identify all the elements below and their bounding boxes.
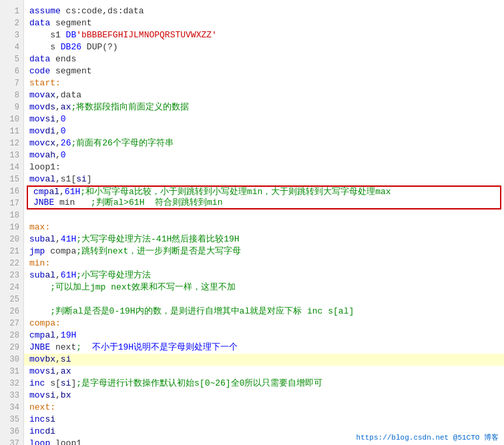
- code-line: [24, 294, 504, 306]
- code-line: mov ds,ax ;将数据段指向前面定义的数据: [24, 101, 504, 113]
- code-line: sub al,61H;小写字母处理方法: [24, 270, 504, 282]
- line-number: 11: [4, 125, 19, 137]
- code-line: loop1:: [24, 161, 504, 173]
- line-number: 4: [4, 41, 19, 53]
- code-line: mov di,0: [24, 125, 504, 137]
- line-number: 33: [4, 390, 19, 402]
- line-number: 18: [4, 209, 19, 221]
- line-number: 32: [4, 378, 19, 390]
- line-number: 10: [4, 113, 19, 125]
- code-line: mov bx,si: [24, 354, 504, 366]
- code-line: cmp al,19H: [24, 330, 504, 342]
- line-number: 17: [4, 197, 19, 209]
- code-line: min:: [24, 258, 504, 270]
- code-line: code segment: [24, 65, 504, 77]
- line-number: 27: [4, 318, 19, 330]
- code-line: ;判断al是否是0-19H内的数，是则进行自增其中al就是对应下标 inc s[…: [24, 306, 504, 318]
- line-number: 5: [4, 53, 19, 65]
- line-number: 13: [4, 149, 19, 161]
- line-number: 34: [4, 402, 19, 414]
- line-number: 7: [4, 77, 19, 89]
- line-number: 14: [4, 161, 19, 173]
- code-content[interactable]: assume cs:code,ds:datadata segment s1 DB…: [24, 0, 504, 445]
- line-number: 28: [4, 330, 19, 342]
- line-number: 37: [4, 438, 19, 445]
- line-number: 30: [4, 354, 19, 366]
- line-number: 20: [4, 234, 19, 246]
- code-line: next:: [24, 402, 504, 414]
- code-line: mov si,0: [24, 113, 504, 125]
- line-number: 25: [4, 294, 19, 306]
- line-number: 19: [4, 221, 19, 234]
- line-number: 2: [4, 17, 19, 29]
- line-number: 3: [4, 29, 19, 41]
- line-number: 29: [4, 342, 19, 354]
- code-line: cmp al,61H ;和小写字母a比较，小于则跳转到小写处理min，大于则跳转…: [27, 185, 501, 197]
- line-number: 8: [4, 89, 19, 101]
- code-line: assume cs:code,ds:data: [24, 5, 504, 17]
- code-line: start:: [24, 77, 504, 89]
- code-line: mov cx,26 ;前面有26个字母的字符串: [24, 137, 504, 149]
- code-container: 1234567891011121314151617181920212223242…: [0, 0, 504, 445]
- code-line: inc si: [24, 414, 504, 426]
- code-line: data segment: [24, 17, 504, 29]
- code-line: mov ah,0: [24, 149, 504, 161]
- footer-link: https://blog.csdn.net @51CTO 博客: [356, 432, 499, 442]
- line-number: 16: [4, 185, 19, 197]
- code-line: s DB 26 DUP(?): [24, 41, 504, 53]
- line-numbers: 1234567891011121314151617181920212223242…: [0, 0, 24, 445]
- code-line: inc s[si];是字母进行计数操作默认初始s[0~26]全0所以只需要自增即…: [24, 378, 504, 390]
- line-number: 24: [4, 282, 19, 294]
- line-number: 9: [4, 101, 19, 113]
- line-number: 6: [4, 65, 19, 77]
- code-line: s1 DB 'bBBBEFGHIJLMNOPQRSTUVWXZZ': [24, 29, 504, 41]
- code-line: ;可以加上jmp next效果和不写一样，这里不加: [24, 282, 504, 294]
- line-number: 22: [4, 258, 19, 270]
- line-number: 23: [4, 270, 19, 282]
- code-line: mov al,s1[si]: [24, 173, 504, 185]
- code-line: mov si,ax: [24, 366, 504, 378]
- code-line: jmp compa;跳转到next，进一步判断是否是大写字母: [24, 246, 504, 258]
- code-line: JNBE min ;判断al>61H 符合则跳转到min: [27, 197, 501, 209]
- code-line: JNBE next; 不小于19H说明不是字母则处理下一个: [24, 342, 504, 354]
- line-number: 21: [4, 246, 19, 258]
- code-line: mov ax,data: [24, 89, 504, 101]
- code-line: mov si,bx: [24, 390, 504, 402]
- code-line: sub al,41H;大写字母处理方法-41H然后接着比较19H: [24, 234, 504, 246]
- code-line: [24, 209, 504, 221]
- line-number: 26: [4, 306, 19, 318]
- code-line: compa:: [24, 318, 504, 330]
- line-number: 1: [4, 5, 19, 17]
- line-number: 36: [4, 426, 19, 438]
- line-number: 31: [4, 366, 19, 378]
- code-line: data ends: [24, 53, 504, 65]
- line-number: 35: [4, 414, 19, 426]
- line-number: 12: [4, 137, 19, 149]
- line-number: 15: [4, 173, 19, 185]
- code-line: max:: [24, 221, 504, 234]
